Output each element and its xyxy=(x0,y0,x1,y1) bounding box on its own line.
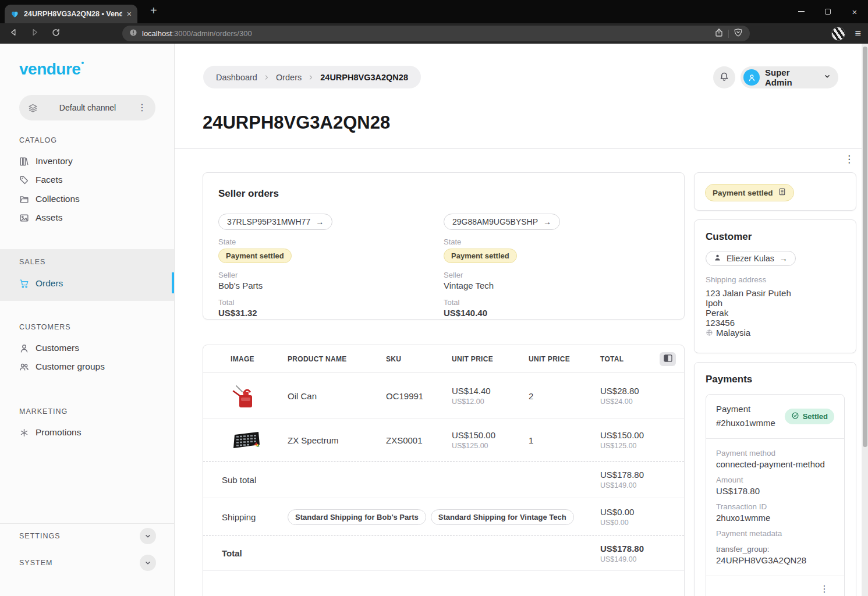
transaction-id: 2huxo1wmme xyxy=(716,513,834,523)
brave-shield-icon[interactable] xyxy=(734,28,743,40)
column-settings-button[interactable] xyxy=(660,352,676,366)
window-minimize-button[interactable] xyxy=(788,0,814,23)
sidebar-item-orders[interactable]: Orders xyxy=(0,274,174,293)
columns-icon xyxy=(664,354,672,364)
product-image-oil-can xyxy=(231,380,262,411)
sub-total-label: Sub total xyxy=(222,475,600,485)
inventory-icon xyxy=(19,157,29,166)
sidebar-item-assets[interactable]: Assets xyxy=(0,208,174,227)
share-icon[interactable] xyxy=(714,28,724,40)
breadcrumb-current: 24URPH8VG3A2QN28 xyxy=(320,73,408,82)
state-label: State xyxy=(444,237,669,246)
url-bar[interactable]: localhost:3000/admin/orders/300 xyxy=(122,26,750,41)
forward-button[interactable] xyxy=(30,28,39,39)
payment-name: Payment xyxy=(716,402,775,416)
sidebar-divider xyxy=(0,523,174,524)
sidebar-item-customers[interactable]: Customers xyxy=(0,339,174,357)
amount-label: Amount xyxy=(716,476,834,484)
section-heading-system: SYSTEM xyxy=(19,559,52,567)
active-indicator xyxy=(172,272,174,293)
column-header-product-name: PRODUCT NAME xyxy=(288,355,386,363)
customer-link[interactable]: Eliezer Kulas → xyxy=(706,251,796,266)
breadcrumb-orders[interactable]: Orders xyxy=(276,73,302,82)
sidebar-item-inventory[interactable]: Inventory xyxy=(0,152,174,171)
sidebar-item-collections[interactable]: Collections xyxy=(0,190,174,208)
browser-menu-icon[interactable]: ≡ xyxy=(855,27,861,40)
total-cell: US$28.80US$24.00 xyxy=(600,386,670,406)
product-name: Oil Can xyxy=(288,391,386,401)
browser-tab[interactable]: 24URPH8VG3A2QN28 • Vendure × xyxy=(5,5,137,23)
chevron-down-icon xyxy=(823,72,831,83)
vendure-favicon-icon xyxy=(10,10,19,19)
sub-total-value: US$178.80US$149.00 xyxy=(600,470,670,489)
sidebar-group-settings: SETTINGS xyxy=(19,528,156,544)
shipping-label: Shipping xyxy=(222,512,288,522)
chevron-right-icon xyxy=(307,74,314,81)
tab-close-icon[interactable]: × xyxy=(127,10,132,18)
order-state-card: Payment settled xyxy=(694,172,856,211)
payment-id: #2huxo1wmme xyxy=(716,416,775,430)
seller-order-link[interactable]: 37RLSP95P31MWH77→ xyxy=(218,214,332,230)
sidebar-item-customer-groups[interactable]: Customer groups xyxy=(0,357,174,376)
transaction-id-label: Transaction ID xyxy=(716,502,834,511)
image-icon xyxy=(19,213,29,223)
state-label: State xyxy=(218,237,444,246)
shipping-method-chip[interactable]: Standard Shipping for Bob's Parts xyxy=(288,509,426,525)
payment-actions-menu-icon[interactable]: ⋮ xyxy=(820,584,829,594)
metadata-key: transfer_group: xyxy=(716,545,834,554)
seller-name: Vintage Tech xyxy=(444,281,669,290)
user-icon xyxy=(19,343,29,353)
browser-profile-avatar[interactable] xyxy=(831,27,845,41)
order-lines-card: IMAGE PRODUCT NAME SKU UNIT PRICE UNIT P… xyxy=(203,345,685,596)
window-maximize-button[interactable] xyxy=(814,0,841,23)
vendure-logo: vendure xyxy=(19,60,84,79)
history-list-icon xyxy=(778,187,786,198)
system-expand-button[interactable] xyxy=(140,555,156,571)
settings-expand-button[interactable] xyxy=(140,528,156,544)
user-menu[interactable]: Super Admin xyxy=(741,66,838,88)
breadcrumb-dashboard[interactable]: Dashboard xyxy=(216,73,257,82)
scrollbar-thumb[interactable] xyxy=(863,47,867,447)
section-heading-marketing: MARKETING xyxy=(19,407,68,416)
unit-price-cell: US$14.40US$12.00 xyxy=(452,386,529,406)
product-image-zx-spectrum xyxy=(231,424,262,456)
sub-total-row: Sub total US$178.80US$149.00 xyxy=(203,462,684,498)
channel-selector[interactable]: Default channel ⋮ xyxy=(19,95,155,120)
user-avatar xyxy=(743,69,760,86)
column-header-image: IMAGE xyxy=(231,355,288,363)
reload-button[interactable] xyxy=(51,28,61,40)
arrow-right-icon: → xyxy=(543,217,551,226)
table-row: ZX Spectrum ZXS0001 US$150.00US$125.00 1… xyxy=(203,419,684,462)
browser-chrome: 24URPH8VG3A2QN28 • Vendure × + × localho… xyxy=(0,0,868,44)
total-cell: US$150.00US$125.00 xyxy=(600,430,670,450)
seller-label: Seller xyxy=(444,271,669,279)
new-tab-button[interactable]: + xyxy=(150,4,157,17)
sidebar-item-facets[interactable]: Facets xyxy=(0,171,174,189)
payment-method-label: Payment method xyxy=(716,449,834,457)
chevron-right-icon xyxy=(263,74,270,81)
page-actions-menu-icon[interactable]: ⋮ xyxy=(844,154,854,164)
users-icon xyxy=(19,362,29,372)
notifications-button[interactable] xyxy=(713,66,735,88)
unit-price-cell: US$150.00US$125.00 xyxy=(452,430,529,450)
window-close-button[interactable]: × xyxy=(841,0,868,23)
seller-label: Seller xyxy=(218,271,444,279)
column-header-unit-price: UNIT PRICE xyxy=(452,355,529,363)
section-heading-sales: SALES xyxy=(19,258,45,266)
arrow-right-icon: → xyxy=(316,217,324,226)
breadcrumb: Dashboard Orders 24URPH8VG3A2QN28 xyxy=(203,66,421,88)
sidebar-item-promotions[interactable]: Promotions xyxy=(0,423,174,442)
seller-order-link[interactable]: 29G88AM9UG5BYSHP→ xyxy=(444,214,560,230)
payment-metadata-label: Payment metadata xyxy=(716,529,834,538)
sidebar: vendure Default channel ⋮ CATALOG Invent… xyxy=(0,44,175,596)
customer-card: Customer Eliezer Kulas → Shipping addres… xyxy=(694,219,856,353)
user-name: Super Admin xyxy=(765,68,818,87)
payment-method: connected-payment-method xyxy=(716,459,834,469)
shipping-method-chip[interactable]: Standard Shipping for Vintage Tech xyxy=(431,509,574,525)
back-button[interactable] xyxy=(9,28,18,39)
order-state-chip[interactable]: Payment settled xyxy=(705,184,794,201)
site-info-icon[interactable] xyxy=(129,29,137,39)
payment-detail-card: Payment #2huxo1wmme Settled Payment meth… xyxy=(706,394,845,596)
channel-menu-icon[interactable]: ⋮ xyxy=(137,103,147,112)
channel-label: Default channel xyxy=(38,103,137,112)
